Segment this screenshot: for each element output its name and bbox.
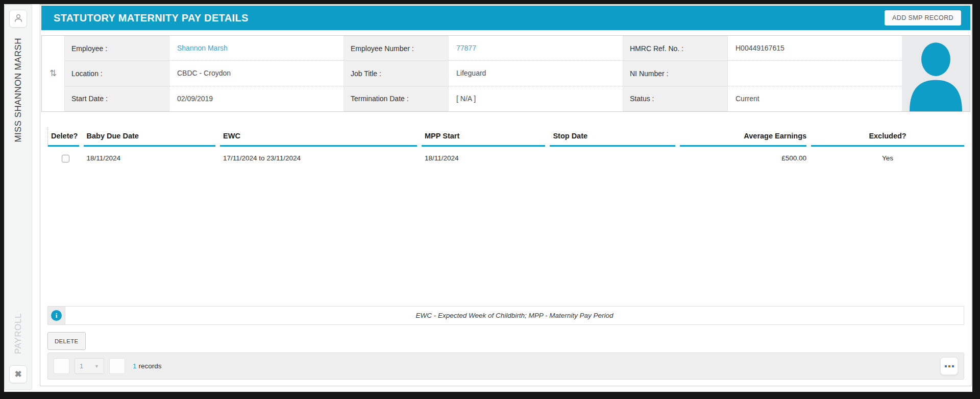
- page-title: STATUTORY MATERNITY PAY DETAILS: [54, 12, 249, 24]
- employee-name-vertical: MISS SHANNON MARSH: [13, 38, 23, 143]
- info-icon: i: [51, 310, 62, 321]
- column-header-ewc: EWC: [220, 127, 422, 147]
- main-panel: STATUTORY MATERNITY PAY DETAILS ADD SMP …: [40, 4, 972, 386]
- column-header-baby-due-date: Baby Due Date: [84, 127, 220, 147]
- app-window: MISS SHANNON MARSH PAYROLL ✖ STATUTORY M…: [4, 4, 972, 392]
- label-employee: Employee :: [64, 36, 169, 61]
- employee-avatar: [902, 36, 970, 111]
- cell-mpp-start: 18/11/2024: [422, 147, 550, 170]
- cell-baby-due-date: 18/11/2024: [84, 147, 220, 170]
- value-job-title: Lifeguard: [449, 61, 623, 86]
- add-smp-record-button[interactable]: ADD SMP RECORD: [885, 10, 961, 26]
- label-employee-number: Employee Number :: [344, 36, 449, 61]
- more-options-button[interactable]: [940, 357, 958, 375]
- cell-excluded: Yes: [811, 147, 964, 170]
- value-start-date: 02/09/2019: [169, 86, 344, 111]
- table-header-row: Delete? Baby Due Date EWC MPP Start Stop…: [48, 127, 965, 147]
- label-status: Status :: [623, 86, 728, 111]
- info-icon-box: i: [47, 306, 65, 325]
- label-termination-date: Termination Date :: [344, 86, 449, 111]
- value-employee-number[interactable]: 77877: [449, 36, 623, 61]
- value-status: Current: [728, 86, 902, 111]
- cell-average-earnings: £500.00: [680, 147, 811, 170]
- records-count-label: records: [139, 362, 162, 370]
- column-header-stop-date: Stop Date: [550, 127, 680, 147]
- label-ni-number: NI Number :: [623, 61, 728, 86]
- previous-page-button[interactable]: [54, 358, 69, 374]
- sort-arrows-icon[interactable]: ⇅: [50, 68, 57, 79]
- next-page-button[interactable]: [109, 358, 125, 374]
- label-location: Location :: [64, 61, 169, 86]
- column-header-average-earnings: Average Earnings: [680, 127, 811, 147]
- pagination-bar: 1 ▼ 1records: [47, 353, 964, 380]
- page-select-value: 1: [80, 362, 83, 370]
- records-count: 1records: [133, 362, 162, 370]
- sidebar: MISS SHANNON MARSH PAYROLL ✖: [4, 4, 32, 390]
- legend-bar: i EWC - Expected Week of Childbirth; MPP…: [47, 306, 964, 325]
- column-header-delete: Delete?: [48, 127, 84, 147]
- delete-button[interactable]: DELETE: [47, 332, 86, 350]
- label-hmrc-ref: HMRC Ref. No. :: [623, 36, 728, 61]
- label-start-date: Start Date :: [64, 86, 169, 111]
- value-termination-date: [ N/A ]: [449, 86, 623, 111]
- user-icon: [13, 13, 23, 25]
- value-employee[interactable]: Shannon Marsh: [169, 36, 344, 61]
- label-job-title: Job Title :: [344, 61, 449, 86]
- close-icon: ✖: [14, 370, 21, 379]
- close-button[interactable]: ✖: [9, 365, 27, 383]
- row-delete-checkbox[interactable]: [62, 155, 69, 162]
- chevron-down-icon: ▼: [94, 364, 99, 369]
- value-ni-number: [728, 61, 902, 86]
- page-select[interactable]: 1 ▼: [75, 358, 104, 374]
- legend-text: EWC - Expected Week of Childbirth; MPP -…: [65, 306, 964, 325]
- employee-info-panel: ⇅ Employee : Shannon Marsh Employee Numb…: [41, 35, 970, 112]
- payroll-section-label: PAYROLL: [13, 313, 23, 354]
- value-location: CBDC - Croydon: [169, 61, 344, 86]
- column-header-mpp-start: MPP Start: [422, 127, 550, 147]
- column-header-excluded: Excluded?: [811, 127, 964, 147]
- title-bar: STATUTORY MATERNITY PAY DETAILS ADD SMP …: [41, 6, 970, 30]
- records-count-number: 1: [133, 362, 137, 370]
- person-silhouette-icon: [902, 36, 970, 111]
- value-hmrc-ref: H00449167615: [728, 36, 902, 61]
- smp-table: Delete? Baby Due Date EWC MPP Start Stop…: [47, 127, 964, 170]
- panel-gutter: ⇅: [42, 36, 64, 111]
- user-button[interactable]: [9, 10, 27, 28]
- ellipsis-icon: [945, 365, 947, 367]
- cell-stop-date: [550, 147, 680, 170]
- cell-ewc: 17/11/2024 to 23/11/2024: [220, 147, 422, 170]
- table-row: 18/11/2024 17/11/2024 to 23/11/2024 18/1…: [48, 147, 965, 170]
